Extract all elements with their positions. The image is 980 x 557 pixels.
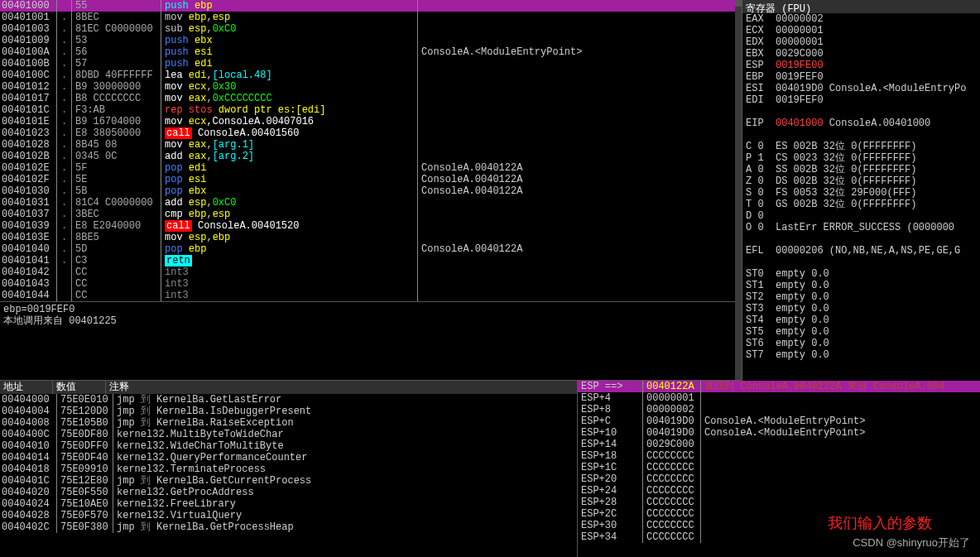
disasm-row[interactable]: 00401023.E8 38050000call ConsoleA.004015… (0, 127, 742, 139)
register-line[interactable]: ST2 empty 0.0 (742, 291, 980, 303)
disasm-row[interactable]: 00401003.81EC C0000000sub esp,0xC0 (0, 23, 742, 35)
addr-cell: 0040102F (0, 174, 56, 185)
disasm-row[interactable]: 00401030.5Bpop ebxConsoleA.0040122A (0, 185, 742, 197)
disasm-row[interactable]: 00401043CCint3 (0, 278, 742, 290)
disasm-row[interactable]: 00401017.B8 CCCCCCCCmov eax,0xCCCCCCCC (0, 93, 742, 104)
disasm-row[interactable]: 0040102F.5Epop esiConsoleA.0040122A (0, 174, 742, 185)
register-line[interactable]: ST4 empty 0.0 (742, 315, 980, 326)
register-line[interactable]: EAX 00000002 (742, 13, 980, 25)
stack-row[interactable]: ESP+400000001 (578, 392, 980, 404)
stack-row[interactable]: ESP+24CCCCCCCC (578, 485, 980, 497)
stack-row[interactable]: ESP+30CCCCCCCC (578, 520, 980, 531)
dump-value: 75E0F570 (56, 510, 113, 521)
disasm-row[interactable]: 00401039.E8 E2040000call ConsoleA.004015… (0, 220, 742, 232)
register-line[interactable] (742, 129, 980, 141)
stack-offset: ESP+28 (578, 497, 642, 508)
disasm-row[interactable]: 00401031.81C4 C0000000add esp,0xC0 (0, 197, 742, 209)
disasm-row[interactable]: 00401009.53push ebx (0, 35, 742, 46)
mark-cell: . (56, 243, 71, 255)
register-line[interactable]: ST6 empty 0.0 (742, 338, 980, 349)
disasm-row[interactable]: 00401042CCint3 (0, 266, 742, 278)
registers-header: 寄存器 (FPU) (742, 0, 980, 13)
disasm-row[interactable]: 0040101E.B9 16704000mov ecx,ConsoleA.004… (0, 116, 742, 127)
register-line[interactable]: ESI 004019D0 ConsoleA.<ModuleEntryPo (742, 83, 980, 94)
stack-row[interactable]: ESP+18CCCCCCCC (578, 450, 980, 462)
register-line[interactable]: ST0 empty 0.0 (742, 268, 980, 280)
stack-comment (700, 473, 980, 485)
stack-row[interactable]: ESP+140029C000 (578, 439, 980, 450)
disasm-row[interactable]: 00401037.3BECcmp ebp,esp (0, 209, 742, 220)
dump-addr: 00404004 (0, 406, 56, 417)
register-line[interactable]: P 1 CS 0023 32位 0(FFFFFFFF) (742, 152, 980, 164)
register-line[interactable] (742, 106, 980, 118)
mark-cell: . (56, 81, 71, 93)
scrollbar[interactable] (735, 0, 742, 380)
stack-top-address: 0040122A (642, 381, 700, 392)
stack-header-row[interactable]: ESP ==> 0040122A 返回到 ConsoleA.0040122A 来… (578, 381, 980, 392)
asm-cell: call ConsoleA.00401520 (161, 220, 417, 232)
register-line[interactable]: EIP 00401000 ConsoleA.00401000 (742, 118, 980, 129)
hex-cell: F3:AB (71, 104, 161, 116)
register-line[interactable]: EDX 00000001 (742, 36, 980, 48)
stack-row[interactable]: ESP+20CCCCCCCC (578, 473, 980, 485)
register-line[interactable]: EBP 0019FEF0 (742, 71, 980, 83)
mark-cell: . (56, 209, 71, 220)
hex-cell: 53 (71, 35, 161, 46)
register-line[interactable]: ST1 empty 0.0 (742, 280, 980, 291)
disasm-row[interactable]: 0040100C.8DBD 40FFFFFFlea edi,[local.48] (0, 70, 742, 81)
register-line[interactable]: EFL 00000206 (NO,NB,NE,A,NS,PE,GE,G (742, 245, 980, 257)
dump-value: 75E0F380 (56, 521, 113, 533)
register-line[interactable] (742, 233, 980, 245)
disasm-row[interactable]: 00401028.8B45 08mov eax,[arg.1] (0, 139, 742, 151)
comment-cell (417, 58, 742, 70)
register-line[interactable]: ST7 empty 0.0 (742, 349, 980, 361)
register-line[interactable]: ECX 00000001 (742, 25, 980, 36)
register-line[interactable]: T 0 GS 002B 32位 0(FFFFFFFF) (742, 199, 980, 210)
asm-cell: mov ecx,0x30 (161, 81, 417, 93)
stack-row[interactable]: ESP+1CCCCCCCCC (578, 462, 980, 473)
disasm-row[interactable]: 00401012.B9 30000000mov ecx,0x30 (0, 81, 742, 93)
register-line[interactable]: D 0 (742, 210, 980, 222)
disasm-row[interactable]: 00401040.5Dpop ebpConsoleA.0040122A (0, 243, 742, 255)
stack-row[interactable]: ESP+2CCCCCCCCC (578, 508, 980, 520)
stack-row[interactable]: ESP+800000002 (578, 404, 980, 415)
disasm-row[interactable]: 0040102B.0345 0Cadd eax,[arg.2] (0, 151, 742, 162)
disasm-row[interactable]: 00401044CCint3 (0, 290, 742, 301)
register-line[interactable]: S 0 FS 0053 32位 29F000(FFF) (742, 187, 980, 199)
dump-value: 75E0F550 (56, 487, 113, 498)
register-line[interactable] (742, 257, 980, 268)
disasm-row[interactable]: 0040100055push ebp (0, 0, 742, 12)
register-line[interactable]: A 0 SS 002B 32位 0(FFFFFFFF) (742, 164, 980, 175)
register-line[interactable]: ST3 empty 0.0 (742, 303, 980, 315)
addr-cell: 0040102B (0, 151, 56, 162)
disasm-row[interactable]: 00401001.8BECmov ebp,esp (0, 12, 742, 23)
register-line[interactable]: ST5 empty 0.0 (742, 326, 980, 338)
mark-cell: . (56, 46, 71, 58)
register-line[interactable]: EBX 0029C000 (742, 48, 980, 60)
stack-pane[interactable]: ESP ==> 0040122A 返回到 ConsoleA.0040122A 来… (577, 381, 980, 557)
register-line[interactable]: C 0 ES 002B 32位 0(FFFFFFFF) (742, 141, 980, 152)
register-line[interactable]: ESP 0019FE00 (742, 60, 980, 71)
disasm-row[interactable]: 0040103E.8BE5mov esp,ebp (0, 232, 742, 243)
register-line[interactable]: EDI 0019FEF0 (742, 94, 980, 106)
stack-row[interactable]: ESP+10004019D0ConsoleA.<ModuleEntryPoint… (578, 427, 980, 439)
cpu-disassembly-pane[interactable]: 0040100055push ebp00401001.8BECmov ebp,e… (0, 0, 742, 381)
disasm-row[interactable]: 0040101C.F3:ABrep stos dword ptr es:[edi… (0, 104, 742, 116)
disasm-row[interactable]: 0040100B.57push edi (0, 58, 742, 70)
dump-addr: 0040400C (0, 429, 56, 440)
disasm-row[interactable]: 0040102E.5Fpop ediConsoleA.0040122A (0, 162, 742, 174)
stack-row[interactable]: ESP+C004019D0ConsoleA.<ModuleEntryPoint> (578, 415, 980, 427)
disasm-row[interactable]: 00401041.C3retn (0, 255, 742, 266)
disasm-row[interactable]: 0040100A.56push esiConsoleA.<ModuleEntry… (0, 46, 742, 58)
asm-cell: push edi (161, 58, 417, 70)
mark-cell: . (56, 232, 71, 243)
hex-cell: 8BE5 (71, 232, 161, 243)
stack-row[interactable]: ESP+28CCCCCCCC (578, 497, 980, 508)
comment-cell (417, 35, 742, 46)
register-line[interactable]: Z 0 DS 002B 32位 0(FFFFFFFF) (742, 175, 980, 187)
stack-comment (700, 462, 980, 473)
stack-value: CCCCCCCC (642, 485, 700, 497)
comment-cell: ConsoleA.0040122A (417, 162, 742, 174)
hex-cell: 5B (71, 185, 161, 197)
register-line[interactable]: O 0 LastErr ERROR_SUCCESS (0000000 (742, 222, 980, 233)
